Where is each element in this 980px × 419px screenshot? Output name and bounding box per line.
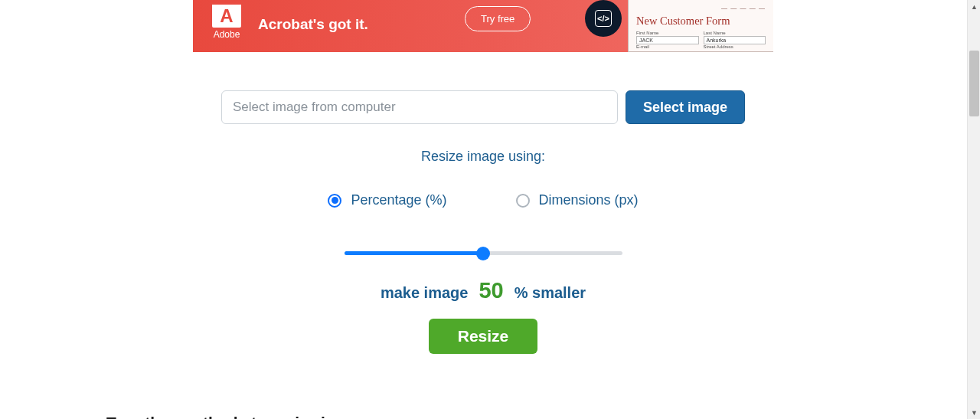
make-image-prefix: make image bbox=[381, 284, 469, 302]
radio-percentage-label: Percentage (%) bbox=[351, 192, 446, 208]
resize-using-label: Resize image using: bbox=[192, 149, 774, 165]
percentage-value: 50 bbox=[479, 278, 503, 303]
make-image-row: make image 50 % smaller bbox=[192, 278, 774, 303]
ad-brand-block: A Adobe Acrobat's got it. bbox=[193, 0, 368, 40]
ad-form-preview: — — — — — New Customer Form First Name L… bbox=[628, 0, 773, 52]
ad-form-title: New Customer Form bbox=[636, 15, 766, 28]
scroll-track[interactable] bbox=[968, 13, 980, 406]
radio-dimensions-label: Dimensions (px) bbox=[539, 192, 639, 208]
slider-thumb[interactable] bbox=[476, 247, 490, 260]
ad-banner[interactable]: A Adobe Acrobat's got it. Try free </> —… bbox=[193, 0, 773, 52]
resize-button[interactable]: Resize bbox=[429, 319, 538, 354]
slider-fill bbox=[345, 251, 484, 255]
radio-dimensions[interactable]: Dimensions (px) bbox=[516, 192, 639, 208]
percentage-suffix: % smaller bbox=[514, 284, 586, 302]
scroll-down-arrow-icon[interactable]: ▼ bbox=[968, 406, 980, 419]
adobe-brand-text: Adobe bbox=[214, 29, 240, 40]
try-free-button[interactable]: Try free bbox=[465, 6, 531, 31]
ad-form-first-value: JACK bbox=[636, 36, 699, 44]
radio-percentage[interactable]: Percentage (%) bbox=[328, 192, 446, 208]
radio-icon-unchecked bbox=[516, 194, 530, 208]
ad-form-label-email: E-mail bbox=[636, 44, 699, 49]
select-image-button[interactable]: Select image bbox=[626, 90, 745, 124]
other-methods-heading: Try other methods to resize images bbox=[106, 414, 860, 419]
ad-form-last-value: Ankurka bbox=[704, 36, 766, 44]
file-input[interactable]: Select image from computer bbox=[221, 90, 618, 124]
ad-form-nav: — — — — — bbox=[636, 5, 766, 11]
ad-form-label-first: First Name bbox=[636, 31, 699, 35]
code-icon: </> bbox=[595, 10, 612, 27]
resize-tool: Select image from computer Select image … bbox=[192, 90, 774, 354]
slider-track bbox=[345, 251, 622, 255]
other-methods-section: Try other methods to resize images bbox=[100, 414, 866, 419]
vertical-scrollbar[interactable]: ▲ ▼ bbox=[967, 0, 980, 419]
adobe-logo-icon: A bbox=[212, 5, 241, 28]
ad-form-label-last: Last Name bbox=[704, 31, 766, 35]
scroll-thumb[interactable] bbox=[969, 51, 979, 116]
adobe-logo: A Adobe bbox=[212, 5, 241, 40]
radio-dot-icon bbox=[332, 197, 338, 204]
resize-mode-radio-group: Percentage (%) Dimensions (px) bbox=[192, 192, 774, 208]
ad-tagline: Acrobat's got it. bbox=[258, 16, 368, 33]
code-icon-circle: </> bbox=[585, 0, 622, 37]
scroll-up-arrow-icon[interactable]: ▲ bbox=[968, 0, 980, 13]
radio-icon-checked bbox=[328, 194, 341, 208]
file-select-row: Select image from computer Select image bbox=[192, 90, 774, 124]
ad-form-label-addr: Street Address bbox=[704, 44, 766, 49]
percentage-slider[interactable] bbox=[345, 251, 622, 255]
